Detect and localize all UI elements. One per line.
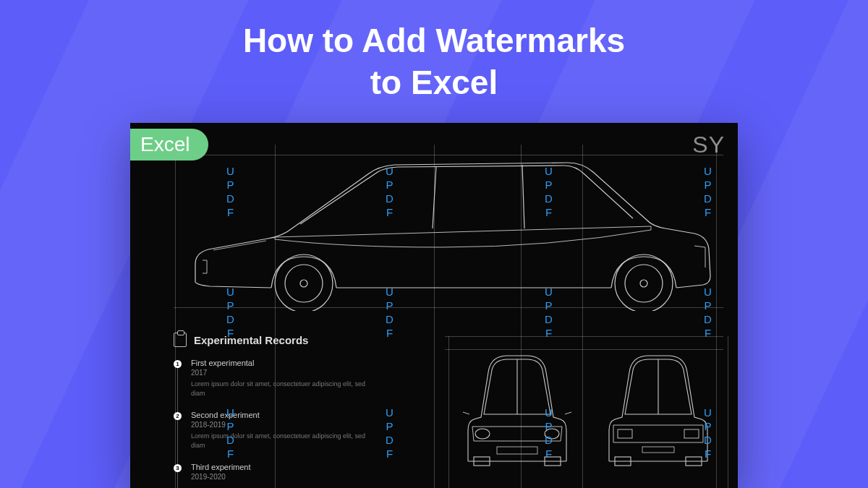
watermark-text: UPDF bbox=[542, 406, 555, 461]
svg-rect-19 bbox=[684, 429, 699, 438]
svg-line-7 bbox=[522, 165, 524, 228]
page-title: How to Add Watermarks to Excel bbox=[0, 0, 868, 103]
record-item: 2 Second experiment 2018-2019 Lorem ipsu… bbox=[174, 411, 420, 450]
record-bullet: 1 bbox=[174, 360, 182, 368]
watermark-text: UPDF bbox=[542, 286, 555, 341]
document-preview: Excel SY bbox=[130, 123, 738, 488]
clipboard-icon bbox=[174, 333, 187, 347]
record-title: Third experiment bbox=[191, 463, 420, 471]
watermark-text: UPDF bbox=[224, 286, 237, 341]
watermark-text: UPDF bbox=[383, 165, 396, 220]
title-line-2: to Excel bbox=[370, 64, 498, 101]
watermark-text: UPDF bbox=[383, 286, 396, 341]
svg-rect-12 bbox=[497, 447, 537, 454]
record-desc: Lorem ipsum dolor sit amet, consectetuer… bbox=[191, 432, 372, 450]
record-bullet: 3 bbox=[174, 464, 182, 472]
records-heading-text: Experimental Records bbox=[194, 334, 308, 346]
svg-point-5 bbox=[640, 280, 647, 287]
record-item: 1 First experimental 2017 Lorem ipsum do… bbox=[174, 359, 420, 398]
watermark-text: UPDF bbox=[542, 165, 555, 220]
svg-line-8 bbox=[213, 241, 266, 250]
records-heading: Experimental Records bbox=[174, 333, 420, 347]
watermark-text: UPDF bbox=[383, 406, 396, 461]
svg-line-6 bbox=[433, 166, 436, 228]
svg-rect-20 bbox=[642, 447, 674, 453]
record-year: 2017 bbox=[191, 369, 420, 377]
title-line-1: How to Add Watermarks bbox=[243, 22, 625, 59]
watermark-text: UPDF bbox=[702, 406, 714, 461]
watermark-text: UPDF bbox=[702, 286, 714, 341]
watermark-text: UPDF bbox=[224, 165, 237, 220]
svg-line-16 bbox=[565, 412, 571, 414]
record-item: 3 Third experiment 2019-2020 bbox=[174, 463, 420, 481]
svg-point-4 bbox=[625, 265, 663, 302]
svg-point-10 bbox=[475, 429, 490, 439]
car-side-blueprint bbox=[174, 152, 716, 311]
record-bullet: 2 bbox=[174, 412, 182, 420]
record-title: First experimental bbox=[191, 359, 420, 367]
svg-rect-18 bbox=[618, 429, 632, 438]
watermark-text: UPDF bbox=[702, 165, 714, 220]
records-section: Experimental Records 1 First experimenta… bbox=[174, 333, 420, 488]
record-year: 2019-2020 bbox=[191, 473, 420, 481]
svg-point-2 bbox=[300, 280, 307, 287]
watermark-text: UPDF bbox=[224, 406, 237, 461]
svg-line-15 bbox=[463, 412, 469, 414]
svg-point-1 bbox=[285, 265, 323, 302]
record-desc: Lorem ipsum dolor sit amet, consectetuer… bbox=[191, 380, 372, 398]
car-front-blueprint bbox=[452, 340, 582, 470]
